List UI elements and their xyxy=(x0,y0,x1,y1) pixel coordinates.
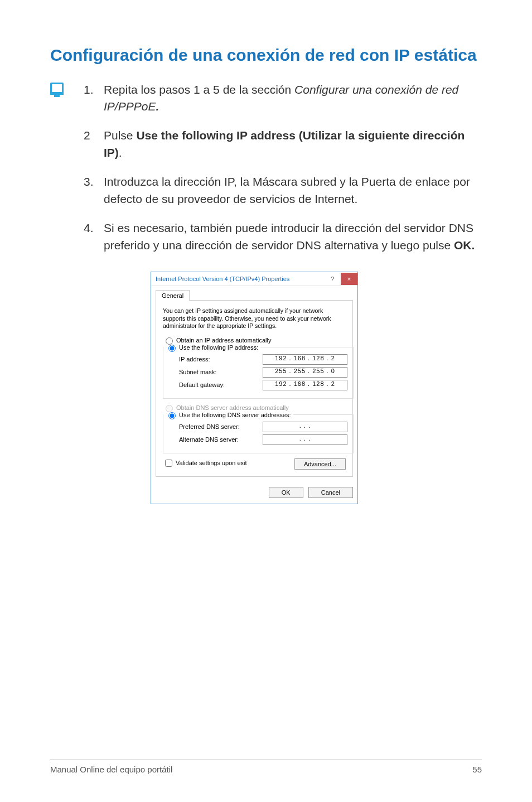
default-gateway-label: Default gateway: xyxy=(169,381,263,388)
step-3: 3. Introduzca la dirección IP, la Máscar… xyxy=(84,173,482,207)
subnet-mask-input[interactable]: 255 . 255 . 255 . 0 xyxy=(263,367,347,378)
step-4: 4. Si es necesario, también puede introd… xyxy=(84,220,482,254)
subnet-mask-label: Subnet mask: xyxy=(169,369,263,375)
static-dns-group: Use the following DNS server addresses: … xyxy=(163,414,354,453)
radio-obtain-dns xyxy=(166,405,173,412)
ipv4-properties-dialog: Internet Protocol Version 4 (TCP/IPv4) P… xyxy=(151,272,358,504)
step-body: Introduzca la dirección IP, la Máscara s… xyxy=(104,173,482,207)
section-title: Configuración de una conexión de red con… xyxy=(50,45,482,66)
step-body: Repita los pasos 1 a 5 de la sección Con… xyxy=(104,81,482,115)
ok-button[interactable]: OK xyxy=(269,487,303,498)
footer-title: Manual Online del equipo portátil xyxy=(50,765,172,774)
radio-use-ip-label: Use the following IP address: xyxy=(179,344,258,351)
alternate-dns-label: Alternate DNS server: xyxy=(169,436,263,443)
radio-obtain-ip-label: Obtain an IP address automatically xyxy=(176,337,271,344)
validate-checkbox[interactable] xyxy=(165,460,172,467)
steps-list: 1. Repita los pasos 1 a 5 de la sección … xyxy=(84,81,482,267)
dialog-titlebar: Internet Protocol Version 4 (TCP/IPv4) P… xyxy=(151,272,357,286)
advanced-button[interactable]: Advanced... xyxy=(294,458,346,470)
page-footer: Manual Online del equipo portátil 55 xyxy=(50,760,482,774)
step-number: 3. xyxy=(84,173,104,207)
ip-address-label: IP address: xyxy=(169,356,263,363)
radio-obtain-dns-label: Obtain DNS server address automatically xyxy=(176,404,289,411)
alternate-dns-input[interactable]: . . . xyxy=(263,434,347,445)
step-number: 1. xyxy=(84,81,104,115)
step-body: Si es necesario, también puede introduci… xyxy=(104,220,482,254)
cancel-button[interactable]: Cancel xyxy=(308,487,353,498)
help-button[interactable]: ? xyxy=(324,273,341,285)
validate-label: Validate settings upon exit xyxy=(176,460,247,466)
close-button[interactable]: × xyxy=(341,273,357,285)
monitor-icon xyxy=(50,83,64,95)
tab-general[interactable]: General xyxy=(156,290,190,301)
preferred-dns-input[interactable]: . . . xyxy=(263,422,347,432)
step-number: 2 xyxy=(84,127,104,161)
step-body: Pulse Use the following IP address (Util… xyxy=(104,127,482,161)
page-number: 55 xyxy=(472,765,482,774)
preferred-dns-label: Preferred DNS server: xyxy=(169,423,263,430)
radio-obtain-ip[interactable] xyxy=(166,337,173,345)
radio-use-dns-label: Use the following DNS server addresses: xyxy=(179,412,291,418)
radio-use-ip[interactable] xyxy=(168,345,176,352)
default-gateway-input[interactable]: 192 . 168 . 128 . 2 xyxy=(263,380,347,390)
step-2: 2 Pulse Use the following IP address (Ut… xyxy=(84,127,482,161)
step-1: 1. Repita los pasos 1 a 5 de la sección … xyxy=(84,81,482,115)
step-number: 4. xyxy=(84,220,104,254)
ip-address-input[interactable]: 192 . 168 . 128 . 2 xyxy=(263,354,347,365)
static-ip-group: Use the following IP address: IP address… xyxy=(163,347,354,399)
dialog-description: You can get IP settings assigned automat… xyxy=(163,307,346,330)
dialog-title: Internet Protocol Version 4 (TCP/IPv4) P… xyxy=(156,276,289,282)
radio-use-dns[interactable] xyxy=(168,412,176,419)
